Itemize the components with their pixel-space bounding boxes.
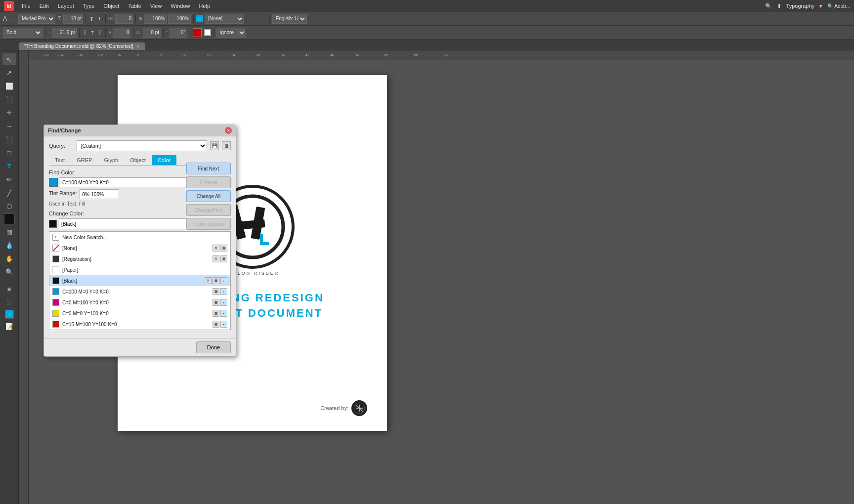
vscale-input[interactable]	[168, 14, 191, 24]
tracking-input[interactable]	[115, 14, 133, 24]
rectangle-tool[interactable]: □	[2, 147, 16, 159]
direct-selection-tool[interactable]: ↗	[2, 67, 16, 79]
menu-layout[interactable]: Layout	[54, 2, 78, 10]
font-family-select[interactable]: Myriad Pro	[18, 14, 55, 24]
leading-input[interactable]	[52, 28, 77, 38]
eyedropper-tool[interactable]: 💧	[2, 239, 16, 251]
change-find-btn[interactable]: Change/Find	[186, 204, 231, 216]
color-item-magenta[interactable]: C=0 M=100 Y=0 K=0 ▦ ▪	[49, 297, 230, 308]
new-color-swatch-item[interactable]: + New Color Swatch...	[49, 232, 230, 243]
find-next-btn[interactable]: Find Next	[186, 163, 231, 174]
language-select[interactable]: English: USA	[272, 14, 307, 24]
color-item-red[interactable]: C=15 M=100 Y=100 K=0 ▦ ▪	[49, 319, 230, 330]
left-toolbar: ↖ ↗ ⬜ ⬛ ✛ ↔ ⬛ □ T ✏ ╱ ⬡ ▦ 💧 ✋ 🔍 ▣ ⬛ 📝	[0, 50, 19, 504]
doc-tab[interactable]: *TH Branding Document.indd @ 82% [Conver…	[19, 42, 145, 50]
tint-input[interactable]	[80, 189, 119, 199]
page-tool[interactable]: ⬜	[2, 80, 16, 92]
color-swatch-btn[interactable]	[5, 310, 14, 319]
bold-btn[interactable]: T	[88, 15, 95, 22]
hand-tool[interactable]: ✋	[2, 252, 16, 264]
menu-window[interactable]: Window	[167, 2, 194, 10]
tab-close-icon[interactable]: ✕	[136, 44, 140, 49]
menu-help[interactable]: Help	[195, 2, 214, 10]
type-tool[interactable]: T	[2, 160, 16, 172]
gap-tool[interactable]: ⬛	[2, 93, 16, 105]
none-grid-icon: ▦	[220, 245, 227, 252]
query-select[interactable]: [Custom]	[77, 140, 207, 151]
ignore-select[interactable]: Ignore	[216, 28, 246, 38]
style-select[interactable]: Bold	[3, 28, 43, 38]
color-item-yellow[interactable]: C=0 M=0 Y=100 K=0 ▦ ▪	[49, 308, 230, 319]
preview-btn[interactable]: ▣	[2, 283, 16, 295]
change-btn[interactable]: Change	[186, 176, 231, 188]
find-color-input[interactable]	[60, 177, 198, 187]
menu-type[interactable]: Type	[79, 2, 99, 10]
color-item-none[interactable]: [None] ✕ ▦	[49, 243, 230, 253]
color-item-cyan[interactable]: C=100 M=0 Y=0 K=0 ▦ ▪	[49, 286, 230, 297]
baseline-input[interactable]	[143, 28, 161, 38]
typography-dropdown-icon[interactable]: ▾	[819, 3, 822, 9]
red-grid-icon: ▦	[213, 321, 219, 328]
notes-tool[interactable]: 📝	[2, 320, 16, 332]
transform-icon[interactable]: ↔	[10, 16, 16, 22]
reg-x-icon: ✕	[213, 255, 219, 262]
menu-file[interactable]: File	[18, 2, 35, 10]
tab-text[interactable]: Text	[49, 155, 71, 165]
rectangle-frame-tool[interactable]: ⬛	[2, 133, 16, 145]
skew2-input[interactable]	[170, 28, 187, 38]
color-fill[interactable]	[4, 213, 15, 224]
align-center-icon[interactable]: ≡	[254, 16, 257, 22]
search-icon[interactable]: 🔍	[765, 3, 772, 9]
text-tool-icon[interactable]: A	[3, 15, 7, 22]
fill-select[interactable]: [None]	[205, 14, 244, 24]
change-all-btn[interactable]: Change All	[186, 190, 231, 202]
zoom-tool2[interactable]: 🔍	[2, 266, 16, 278]
tab-object[interactable]: Object	[124, 155, 152, 165]
ttype-btn2[interactable]: T	[89, 30, 95, 36]
menu-view[interactable]: View	[146, 2, 166, 10]
zoom-tool[interactable]: ↔	[2, 120, 16, 132]
content-tool[interactable]: ✛	[2, 107, 16, 119]
done-btn[interactable]: Done	[196, 341, 231, 353]
dialog-close-btn[interactable]: ✕	[225, 127, 232, 134]
font-size-input[interactable]	[63, 14, 83, 24]
sep2	[105, 14, 106, 23]
tab-grep[interactable]: GREP	[71, 155, 98, 165]
menu-table[interactable]: Table	[124, 2, 145, 10]
addobe-search[interactable]: 🔍 Adob...	[827, 3, 850, 9]
align-right-icon[interactable]: ≡	[259, 16, 262, 22]
color-name-black: [Black]	[62, 278, 202, 284]
sep13	[214, 28, 214, 37]
color-item-green[interactable]: C=75 M=5 Y=100 K=0 ▦ ▪	[49, 330, 230, 330]
italic-btn[interactable]: T	[96, 15, 103, 22]
skew-input[interactable]	[113, 28, 130, 38]
share-icon[interactable]: ⬆	[777, 3, 781, 9]
delete-query-btn[interactable]: 🗑	[222, 141, 231, 150]
ttype-btn3[interactable]: T	[97, 29, 103, 36]
align-justify-icon[interactable]: ≡	[263, 16, 266, 22]
main-area: ↖ ↗ ⬜ ⬛ ✛ ↔ ⬛ □ T ✏ ╱ ⬡ ▦ 💧 ✋ 🔍 ▣ ⬛ 📝 -3…	[0, 50, 854, 504]
save-query-btn[interactable]: 💾	[210, 141, 219, 150]
color-item-registration[interactable]: [Registration] ✕ ▦	[49, 253, 230, 264]
hscale-input[interactable]	[144, 14, 167, 24]
tab-color[interactable]: Color	[152, 155, 176, 165]
pencil-tool[interactable]: ✏	[2, 173, 16, 185]
ttype-btn1[interactable]: T	[82, 29, 88, 36]
tab-glyph[interactable]: Glyph	[98, 155, 124, 165]
dialog-titlebar: Find/Change ✕	[44, 125, 236, 136]
color-item-black[interactable]: [Black] ✕ ▦ ▪	[49, 275, 230, 286]
menu-object[interactable]: Object	[100, 2, 124, 10]
color-item-paper[interactable]: [Paper]	[49, 264, 230, 275]
change-color-input[interactable]	[59, 218, 194, 229]
pen-tool[interactable]: ⬡	[2, 200, 16, 212]
align-left-icon[interactable]: ≡	[250, 16, 253, 22]
menu-edit[interactable]: Edit	[36, 2, 53, 10]
line-tool[interactable]: ╱	[2, 187, 16, 199]
baseline-label: A↕	[136, 30, 141, 35]
fill-stroke[interactable]: ⬛	[2, 296, 16, 308]
fewer-options-btn[interactable]: Fewer Options	[186, 218, 231, 230]
selection-tool[interactable]: ↖	[2, 53, 16, 65]
sep6	[269, 14, 270, 23]
ruler-vertical	[19, 60, 29, 504]
gradient-tool[interactable]: ▦	[2, 226, 16, 238]
